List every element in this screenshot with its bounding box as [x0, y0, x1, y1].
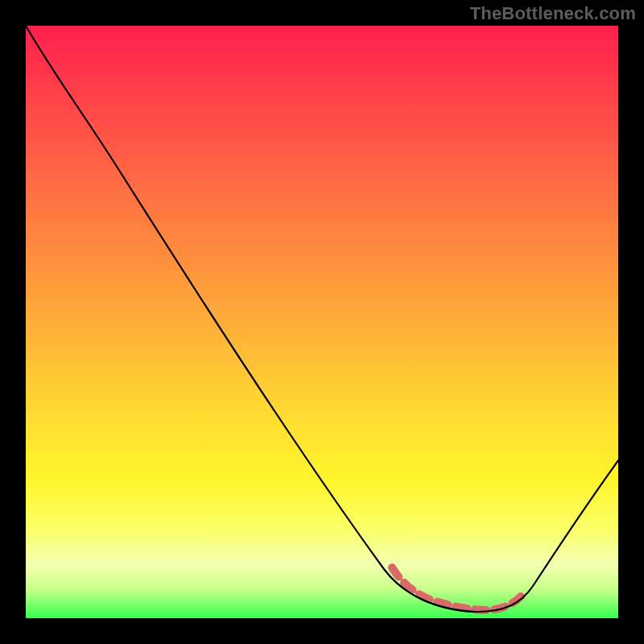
bottleneck-curve	[26, 26, 618, 618]
plot-area	[26, 26, 618, 618]
floor-marker	[392, 568, 521, 610]
chart-frame: TheBottleneck.com	[0, 0, 644, 644]
curve-line	[26, 26, 618, 612]
watermark-text: TheBottleneck.com	[470, 3, 636, 24]
